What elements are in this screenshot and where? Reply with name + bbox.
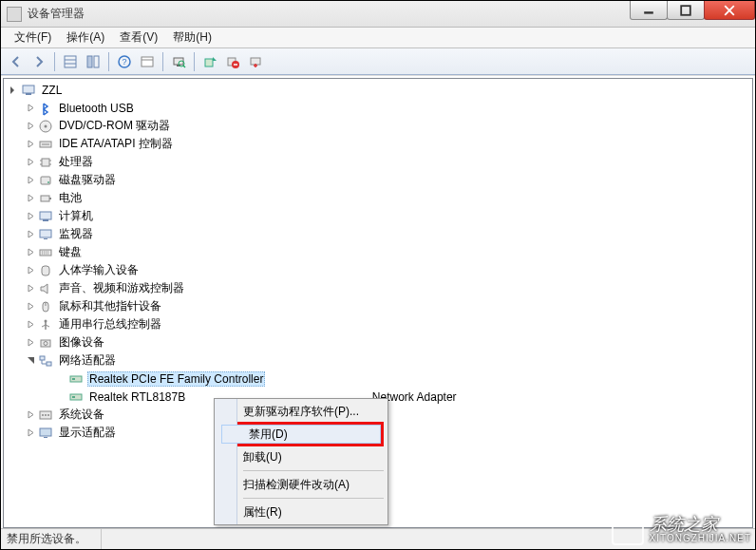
uninstall-icon[interactable]: [221, 51, 244, 72]
svg-rect-4: [65, 56, 76, 67]
svg-rect-37: [40, 212, 51, 219]
tree-node[interactable]: 图像设备: [8, 333, 752, 351]
ide-icon: [38, 137, 53, 152]
scan-hardware-icon[interactable]: [167, 51, 190, 72]
statusbar: 禁用所选设备。: [1, 528, 755, 549]
camera-icon: [38, 335, 53, 351]
tree-node[interactable]: 电池: [8, 189, 752, 207]
svg-rect-66: [44, 437, 47, 438]
update-driver-icon[interactable]: [198, 51, 221, 72]
svg-point-63: [45, 414, 47, 416]
node-label: 网络适配器: [57, 352, 118, 369]
disc-icon: [38, 119, 53, 134]
view-list-icon[interactable]: [59, 51, 82, 72]
tree-node[interactable]: IDE ATA/ATAPI 控制器: [8, 135, 752, 153]
node-label: Realtek PCIe FE Family Controller: [87, 371, 265, 387]
expand-icon[interactable]: [25, 265, 36, 276]
tree-node[interactable]: 监视器: [8, 225, 752, 243]
svg-rect-58: [72, 378, 75, 380]
tree-node-network[interactable]: 网络适配器: [8, 351, 752, 370]
svg-rect-41: [40, 250, 51, 256]
nav-forward-button[interactable]: [28, 51, 50, 72]
ctx-properties[interactable]: 属性(R): [217, 502, 386, 522]
svg-rect-59: [70, 394, 82, 400]
svg-rect-17: [205, 59, 213, 66]
nic-icon: [68, 389, 84, 405]
expand-icon[interactable]: [8, 85, 19, 96]
help-icon[interactable]: ?: [113, 51, 136, 72]
expand-icon[interactable]: [25, 409, 36, 421]
node-label: IDE ATA/ATAPI 控制器: [57, 136, 175, 152]
tree-node[interactable]: 计算机: [8, 207, 752, 225]
close-button[interactable]: [704, 1, 755, 20]
expand-icon[interactable]: [25, 211, 36, 222]
svg-rect-21: [251, 58, 260, 65]
tree-node[interactable]: 人体学输入设备: [8, 261, 752, 279]
expand-icon[interactable]: [25, 157, 36, 168]
network-icon: [38, 353, 53, 369]
node-label: 通用串行总线控制器: [57, 316, 163, 332]
tree-node[interactable]: 通用串行总线控制器: [8, 315, 752, 333]
computer-icon: [21, 83, 36, 98]
tree-node[interactable]: Bluetooth USB: [8, 99, 752, 117]
svg-line-16: [183, 66, 185, 67]
tree-node[interactable]: 处理器: [8, 153, 752, 171]
expand-icon[interactable]: [25, 121, 36, 132]
node-label: 监视器: [57, 226, 95, 242]
view-detail-icon[interactable]: [82, 51, 104, 72]
tree-leaf-realtek-pcie[interactable]: Realtek PCIe FE Family Controller: [8, 370, 752, 388]
app-icon: [7, 7, 22, 22]
tree-root[interactable]: ZZL: [8, 81, 752, 99]
node-label: 键盘: [57, 244, 84, 260]
svg-rect-36: [49, 198, 51, 199]
tree-node[interactable]: 磁盘驱动器: [8, 171, 752, 189]
expand-icon[interactable]: [25, 175, 36, 186]
expand-icon[interactable]: [25, 427, 36, 439]
ctx-update-driver[interactable]: 更新驱动程序软件(P)...: [217, 401, 386, 422]
expand-icon[interactable]: [25, 301, 36, 313]
svg-rect-11: [142, 57, 153, 66]
context-menu: 更新驱动程序软件(P)... 禁用(D) 卸载(U) 扫描检测硬件改动(A) 属…: [214, 398, 388, 525]
monitor-icon: [38, 227, 53, 242]
svg-point-25: [45, 124, 47, 127]
node-label: 处理器: [57, 154, 95, 170]
properties-icon[interactable]: [136, 51, 159, 72]
svg-text:?: ?: [122, 57, 126, 66]
expand-icon[interactable]: [25, 319, 36, 331]
tree-node[interactable]: 键盘: [8, 243, 752, 261]
minimize-button[interactable]: [630, 1, 668, 20]
svg-rect-44: [42, 266, 49, 275]
expand-icon[interactable]: [25, 283, 36, 294]
tree-node[interactable]: DVD/CD-ROM 驱动器: [8, 117, 752, 135]
menu-help[interactable]: 帮助(H): [165, 28, 219, 47]
svg-rect-60: [72, 396, 75, 398]
expand-icon[interactable]: [25, 337, 36, 349]
maximize-button[interactable]: [667, 1, 705, 20]
collapse-icon[interactable]: [25, 355, 36, 367]
menu-action[interactable]: 操作(A): [59, 28, 112, 47]
expand-icon[interactable]: [25, 103, 36, 114]
expand-icon[interactable]: [25, 247, 36, 258]
tree-root-label: ZZL: [40, 84, 64, 97]
ctx-disable[interactable]: 禁用(D): [221, 425, 381, 444]
tree-node[interactable]: 声音、视频和游戏控制器: [8, 279, 752, 297]
node-label: 声音、视频和游戏控制器: [57, 280, 186, 296]
expand-icon[interactable]: [25, 193, 36, 204]
titlebar: 设备管理器: [1, 1, 755, 28]
nic-icon: [68, 371, 84, 387]
nav-back-button[interactable]: [5, 51, 28, 72]
svg-rect-57: [70, 376, 82, 382]
menu-file[interactable]: 文件(F): [7, 28, 59, 47]
ctx-label: 扫描检测硬件改动(A): [243, 477, 350, 493]
svg-point-34: [47, 181, 49, 183]
disable-icon[interactable]: [244, 51, 267, 72]
node-label: 显示适配器: [57, 425, 118, 441]
ctx-uninstall[interactable]: 卸载(U): [217, 446, 386, 467]
node-label: 磁盘驱动器: [57, 172, 118, 188]
tree-node[interactable]: 鼠标和其他指针设备: [8, 297, 752, 315]
cpu-icon: [38, 155, 53, 170]
expand-icon[interactable]: [25, 229, 36, 240]
expand-icon[interactable]: [25, 139, 36, 150]
ctx-scan-hardware[interactable]: 扫描检测硬件改动(A): [217, 474, 386, 495]
menu-view[interactable]: 查看(V): [112, 28, 165, 47]
